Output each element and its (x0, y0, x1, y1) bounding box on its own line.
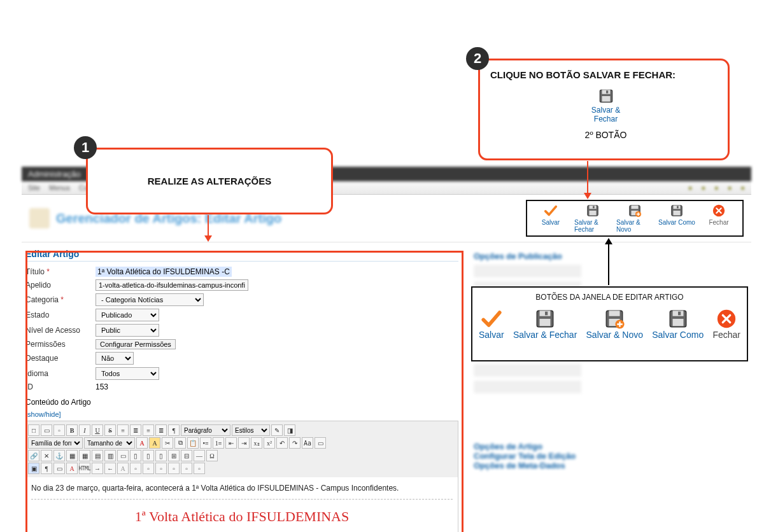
panel-save-label: Salvar (479, 330, 504, 340)
arrow-3 (608, 241, 609, 285)
save-button[interactable]: Salvar (532, 204, 569, 226)
callout-2-button-label: Salvar & Fechar (579, 106, 633, 123)
floppy-icon (534, 308, 556, 330)
close-icon (712, 204, 726, 218)
panel-save-close-button[interactable]: Salvar & Fechar (513, 308, 577, 340)
panel-close-label: Fechar (712, 330, 740, 340)
arrow-1 (208, 215, 209, 239)
floppy-icon (670, 204, 684, 218)
save-close-button[interactable]: Salvar & Fechar (574, 204, 611, 233)
callout-2: CLIQUE NO BOTÃO SALVAR E FECHAR: Salvar … (478, 59, 730, 160)
arrow-2 (587, 161, 588, 197)
callout-2-title: CLIQUE NO BOTÃO SALVAR E FECHAR: (490, 69, 721, 80)
panel-save-copy-label: Salvar Como (652, 330, 704, 340)
save-new-label: Salvar & Novo (616, 219, 653, 233)
close-button[interactable]: Fechar (700, 204, 737, 226)
floppy-plus-icon (628, 204, 642, 218)
callout-2-button-demo: Salvar & Fechar (579, 88, 633, 123)
close-label: Fechar (709, 219, 728, 226)
panel-save-copy-button[interactable]: Salvar Como (652, 308, 704, 340)
save-close-label: Salvar & Fechar (574, 219, 611, 233)
floppy-plus-icon (604, 308, 625, 330)
close-icon (716, 308, 737, 330)
panel-save-button[interactable]: Salvar (479, 308, 504, 340)
save-copy-label: Salvar Como (658, 219, 695, 226)
callout-1-text: REALIZE AS ALTERAÇÕES (148, 176, 271, 186)
floppy-icon (586, 204, 600, 218)
save-new-button[interactable]: Salvar & Novo (616, 204, 653, 233)
save-copy-button[interactable]: Salvar Como (658, 204, 695, 226)
step-2-badge: 2 (466, 47, 489, 70)
floppy-icon (667, 308, 689, 330)
save-label: Salvar (542, 219, 560, 226)
callout-1: REALIZE AS ALTERAÇÕES (86, 148, 333, 214)
article-icon (29, 208, 50, 228)
panel-close-button[interactable]: Fechar (712, 308, 740, 340)
floppy-icon (598, 88, 614, 104)
panel-save-new-label: Salvar & Novo (586, 330, 643, 340)
button-panel: BOTÕES DA JANELA DE EDITAR ARTIGO Salvar… (471, 286, 748, 361)
annotation-box-1 (25, 251, 463, 532)
check-icon (544, 204, 558, 218)
check-icon (481, 308, 502, 330)
callout-2-sub: 2º BOTÃO (490, 130, 721, 140)
toolbar-small: Salvar Salvar & Fechar Salvar & Novo Sal… (526, 200, 744, 237)
panel-save-new-button[interactable]: Salvar & Novo (586, 308, 643, 340)
button-panel-title: BOTÕES DA JANELA DE EDITAR ARTIGO (479, 293, 740, 302)
step-1-badge: 1 (74, 136, 97, 159)
panel-save-close-label: Salvar & Fechar (513, 330, 577, 340)
